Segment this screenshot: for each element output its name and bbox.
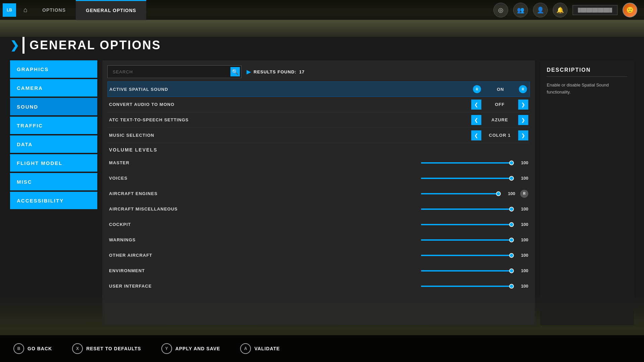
slider-value-warnings: 100 [517,237,528,242]
reset-badge-right-spatial[interactable]: R [519,85,527,93]
slider-container-cockpit: 100 [421,222,528,227]
slider-track-warnings [421,239,513,241]
slider-thumb-warnings[interactable] [509,238,514,242]
nav-profile-icon-btn[interactable]: 👤 [533,3,548,17]
slider-track-environment [421,270,513,272]
setting-label-atc-tts: ATC TEXT-TO-SPEECH SETTINGS [109,117,471,122]
section-header-volume: VOLUME LEVELS [107,143,530,155]
slider-label-voices: VOICES [109,176,421,181]
slider-thumb-environment[interactable] [509,268,514,273]
nav-bell-icon-btn[interactable]: 🔔 [553,3,568,17]
nav-group-icon-btn[interactable]: 👥 [513,3,528,17]
setting-row-convert-audio[interactable]: CONVERT AUDIO TO MONO ❮ OFF ❯ [107,97,530,112]
sidebar-item-graphics[interactable]: GRAPHICS [10,60,97,78]
nav-general-options-tab[interactable]: GENERAL OPTIONS [76,0,146,20]
nav-right-area: ◎ 👥 👤 🔔 ████████████ 🙂 [493,3,644,17]
results-info: ▶ RESULTS FOUND: 17 [247,69,305,75]
slider-track-aircraft-misc [421,208,513,210]
slider-row-other-aircraft: OTHER AIRCRAFT 100 [107,248,530,263]
setting-row-atc-tts[interactable]: ATC TEXT-TO-SPEECH SETTINGS ❮ AZURE ❯ [107,112,530,128]
nav-profile-avatar[interactable]: 🙂 [623,3,637,17]
slider-fill-aircraft-misc [421,208,513,210]
slider-thumb-voices[interactable] [509,176,514,181]
search-button[interactable]: 🔍 [230,67,240,76]
slider-label-warnings: WARNINGS [109,237,421,242]
go-back-icon: B [13,343,24,354]
sidebar-item-misc[interactable]: MISC [10,173,97,190]
slider-value-aircraft-misc: 100 [517,206,528,212]
reset-badge-left-spatial[interactable]: R [473,85,481,93]
sidebar-item-traffic[interactable]: TRAFFIC [10,117,97,134]
slider-row-aircraft-engines: AIRCRAFT ENGINES 100 R [107,186,530,201]
slider-label-environment: ENVIRONMENT [109,268,421,273]
slider-track-voices [421,178,513,179]
slider-label-aircraft-misc: AIRCRAFT MISCELLANEOUS [109,206,421,212]
slider-row-voices: VOICES 100 [107,171,530,186]
apply-and-save-icon: Y [161,343,172,354]
slider-container-master: 100 [421,160,528,165]
slider-row-environment: ENVIRONMENT 100 [107,263,530,279]
setting-row-music-selection[interactable]: MUSIC SELECTION ❮ COLOR 1 ❯ [107,128,530,143]
slider-thumb-other-aircraft[interactable] [509,253,514,258]
setting-prev-atc-tts[interactable]: ❮ [471,115,481,125]
apply-and-save-button[interactable]: Y APPLY AND SAVE [161,343,220,354]
go-back-button[interactable]: B GO BACK [13,343,52,354]
navbar: LB ⌂ OPTIONS GENERAL OPTIONS ◎ 👥 👤 🔔 ███… [0,0,644,20]
slider-row-warnings: WARNINGS 100 [107,232,530,248]
setting-control-music-selection: ❮ COLOR 1 ❯ [471,130,528,140]
sidebar-item-accessibility[interactable]: ACCESSIBILITY [10,192,97,209]
reset-float-aircraft-engines[interactable]: R [520,190,528,198]
slider-fill-other-aircraft [421,255,513,256]
nav-options-tab[interactable]: OPTIONS [32,0,76,20]
sidebar: GRAPHICS CAMERA SOUND TRAFFIC DATA FLIGH… [10,60,97,325]
page-title-bar [22,37,24,54]
setting-prev-convert-audio[interactable]: ❮ [471,100,481,110]
nav-username: ████████████ [573,5,618,15]
slider-value-aircraft-engines: 100 [503,191,515,196]
content-layout: GRAPHICS CAMERA SOUND TRAFFIC DATA FLIGH… [10,60,634,325]
reset-to-defaults-label: RESET TO DEFAULTS [86,346,141,351]
slider-thumb-aircraft-engines[interactable] [496,191,501,196]
results-arrow-icon: ▶ [247,69,251,75]
reset-to-defaults-button[interactable]: X RESET TO DEFAULTS [72,343,141,354]
setting-next-atc-tts[interactable]: ❯ [518,115,528,125]
setting-row-active-spatial-sound[interactable]: ACTIVE SPATIAL SOUND R ON R [107,81,530,97]
page-title: GENERAL OPTIONS [30,38,161,52]
main-content: ❯ GENERAL OPTIONS GRAPHICS CAMERA SOUND … [10,37,634,328]
slider-thumb-user-interface[interactable] [509,284,514,289]
go-back-label: GO BACK [28,346,52,351]
slider-fill-warnings [421,239,513,241]
slider-value-cockpit: 100 [517,222,528,227]
setting-prev-music-selection[interactable]: ❮ [471,130,481,140]
slider-container-aircraft-engines: 100 R [421,190,528,198]
sidebar-item-camera[interactable]: CAMERA [10,79,97,97]
validate-button[interactable]: A VALIDATE [240,343,280,354]
setting-value-atc-tts: AZURE [483,117,517,122]
slider-label-user-interface: USER INTERFACE [109,284,421,289]
sidebar-item-data[interactable]: DATA [10,135,97,153]
description-text: Enable or disable Spatial Sound function… [547,82,627,96]
results-label: RESULTS FOUND: [254,69,297,74]
sidebar-item-flight-model[interactable]: FLIGHT MODEL [10,154,97,172]
page-title-icon: ❯ [10,39,19,52]
search-area: 🔍 ▶ RESULTS FOUND: 17 [102,60,535,81]
slider-track-other-aircraft [421,255,513,256]
setting-next-music-selection[interactable]: ❯ [518,130,528,140]
slider-value-master: 100 [517,160,528,165]
slider-track-master [421,162,513,164]
setting-next-convert-audio[interactable]: ❯ [518,100,528,110]
nav-circle-icon-btn[interactable]: ◎ [493,3,508,17]
page-title-area: ❯ GENERAL OPTIONS [10,37,634,54]
settings-list: ACTIVE SPATIAL SOUND R ON R CONVERT AUDI… [102,81,535,325]
nav-home-button[interactable]: ⌂ [19,3,32,17]
search-input[interactable] [107,65,241,78]
sidebar-item-sound[interactable]: SOUND [10,98,97,115]
slider-label-master: MASTER [109,160,421,165]
description-panel: DESCRIPTION Enable or disable Spatial So… [540,60,634,325]
slider-thumb-aircraft-misc[interactable] [509,207,514,212]
setting-value-convert-audio: OFF [483,102,517,107]
validate-label: VALIDATE [254,346,280,351]
slider-container-user-interface: 100 [421,284,528,289]
slider-thumb-cockpit[interactable] [509,222,514,227]
slider-thumb-master[interactable] [509,161,514,165]
